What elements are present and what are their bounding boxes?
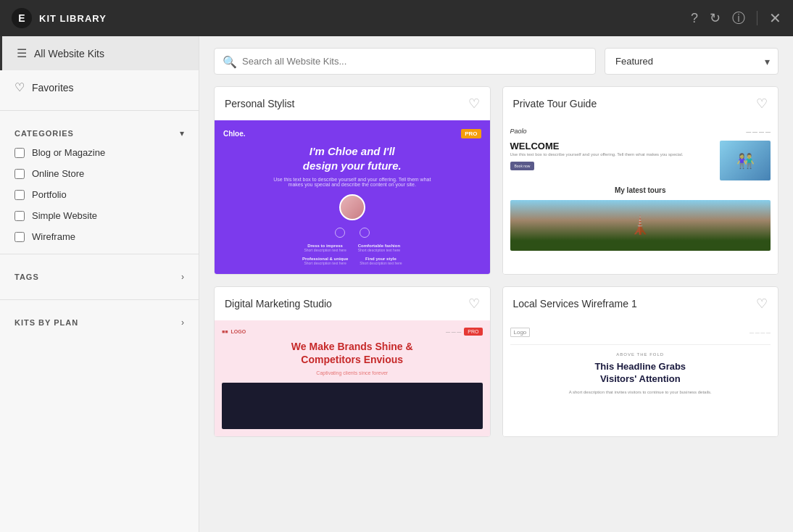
categories-section: CATEGORIES ▾ Blog or Magazine Online Sto…: [0, 117, 199, 248]
wf-divider: [510, 344, 771, 345]
tour-image-placeholder: 🗼: [629, 215, 651, 236]
tags-section[interactable]: TAGS ›: [0, 260, 199, 294]
kit-preview-image: Chloe. PRO I'm Chloe and I'lldesign your…: [215, 120, 490, 274]
wf-logo: Logo: [510, 328, 531, 337]
kit-title: Digital Marketing Studio: [225, 298, 332, 309]
digital-marketing-preview: ■■ LOGO — — — PRO We Make Brands Shine &…: [215, 320, 490, 436]
wf-heading: This Headline GrabsVisitors' Attention: [510, 361, 771, 386]
ps-pro-badge: PRO: [461, 129, 481, 138]
category-wireframe[interactable]: Wireframe: [14, 231, 184, 242]
pt-welcome-image: 👫: [720, 141, 771, 180]
sort-select[interactable]: Featured Newest Alphabetical: [605, 48, 779, 75]
sidebar-divider-3: [0, 299, 199, 300]
favorite-heart-icon[interactable]: ♡: [468, 96, 480, 112]
close-icon[interactable]: ✕: [769, 9, 781, 27]
pt-welcome-sub: Use this text box to describe yourself a…: [510, 151, 715, 157]
dm-topbar: ■■ LOGO — — — PRO: [222, 328, 483, 336]
category-blog-label: Blog or Magazine: [32, 147, 105, 158]
app-title: KIT LIBRARY: [39, 13, 107, 24]
tags-title: TAGS: [14, 273, 39, 281]
category-portfolio[interactable]: Portfolio: [14, 189, 184, 200]
category-simple-label: Simple Website: [32, 210, 97, 221]
favorite-heart-icon[interactable]: ♡: [468, 296, 480, 312]
category-simple-website[interactable]: Simple Website: [14, 210, 184, 221]
wireframe-preview: Logo — — — — ABOVE THE FOLD This Headlin…: [503, 320, 779, 436]
search-wrapper: 🔍: [214, 48, 596, 75]
category-store-label: Online Store: [32, 168, 84, 179]
pt-nav: — — — —: [746, 129, 771, 134]
kit-card-header: Local Services Wireframe 1 ♡: [503, 287, 779, 320]
info-icon[interactable]: ⓘ: [732, 9, 745, 27]
help-icon[interactable]: ?: [691, 11, 698, 26]
ps-logo-text: Chloe.: [223, 130, 246, 138]
kits-grid: Personal Stylist ♡ Chloe. PRO I'm Chloe …: [199, 86, 793, 532]
favorite-heart-icon[interactable]: ♡: [756, 96, 768, 112]
kit-card-header: Private Tour Guide ♡: [503, 87, 779, 120]
refresh-icon[interactable]: ↻: [710, 10, 721, 26]
sidebar-item-all-kits[interactable]: ☰ All Website Kits: [0, 36, 199, 70]
kit-card-header: Personal Stylist ♡: [215, 87, 490, 120]
ps-footer-2: Professional & unique Short description …: [302, 257, 402, 265]
category-wireframe-checkbox[interactable]: [14, 232, 25, 242]
app-logo-icon: E: [12, 8, 32, 28]
sidebar-item-favorites[interactable]: ♡ Favorites: [0, 70, 199, 104]
kit-card-personal-stylist[interactable]: Personal Stylist ♡ Chloe. PRO I'm Chloe …: [214, 86, 491, 275]
category-online-store[interactable]: Online Store: [14, 168, 184, 179]
favorite-heart-icon[interactable]: ♡: [756, 296, 768, 312]
search-input[interactable]: [214, 48, 596, 75]
sidebar: ☰ All Website Kits ♡ Favorites CATEGORIE…: [0, 36, 199, 532]
category-simple-checkbox[interactable]: [14, 211, 25, 221]
hamburger-icon: ☰: [17, 46, 27, 60]
heart-icon: ♡: [14, 80, 25, 94]
ps-footer-item-2: Comfortable fashion Short description te…: [358, 244, 400, 252]
all-kits-label: All Website Kits: [34, 48, 104, 59]
kit-preview-image: ■■ LOGO — — — PRO We Make Brands Shine &…: [215, 320, 490, 436]
dm-headline: We Make Brands Shine &Competitors Enviou…: [222, 340, 483, 366]
category-blog-or-magazine[interactable]: Blog or Magazine: [14, 147, 184, 158]
kit-card-local-services-wireframe[interactable]: Local Services Wireframe 1 ♡ Logo — — — …: [502, 286, 779, 437]
sidebar-divider-1: [0, 110, 199, 111]
kit-title: Private Tour Guide: [513, 98, 597, 109]
dm-nav: — — — PRO: [446, 328, 483, 336]
pt-topbar: Paolo — — — —: [510, 128, 771, 135]
kit-card-header: Digital Marketing Studio ♡: [215, 287, 490, 320]
ps-footer-item-4: Find your style Short description text h…: [360, 257, 402, 265]
pt-logo: Paolo: [510, 128, 527, 135]
ps-icons: [335, 228, 370, 238]
main-layout: ☰ All Website Kits ♡ Favorites CATEGORIE…: [0, 36, 793, 532]
category-portfolio-checkbox[interactable]: [14, 190, 25, 200]
kits-by-plan-chevron-icon: ›: [181, 317, 184, 328]
category-blog-checkbox[interactable]: [14, 148, 25, 158]
pt-welcome: WELCOME Use this text box to describe yo…: [510, 141, 771, 180]
wf-eyebrow: ABOVE THE FOLD: [510, 352, 771, 357]
toolbar: 🔍 Featured Newest Alphabetical ▾: [199, 36, 793, 86]
ps-avatar: [339, 194, 365, 220]
ps-footer: Dress to impress Short description text …: [304, 244, 400, 252]
categories-title: CATEGORIES: [14, 129, 74, 138]
pt-tours-heading: My latest tours: [510, 186, 771, 194]
private-tour-preview: Paolo — — — — WELCOME Use this text box …: [503, 120, 779, 274]
personal-stylist-preview: Chloe. PRO I'm Chloe and I'lldesign your…: [215, 120, 490, 274]
wf-topbar: Logo — — — —: [510, 328, 771, 337]
header-left: E KIT LIBRARY: [12, 8, 107, 28]
pt-welcome-heading: WELCOME: [510, 141, 715, 151]
ps-icon-1: [335, 228, 345, 238]
content-area: 🔍 Featured Newest Alphabetical ▾ Persona…: [199, 36, 793, 532]
ps-headline: I'm Chloe and I'lldesign your future.: [303, 144, 402, 173]
dm-subtext: Captivating clients since forever: [222, 370, 483, 375]
ps-icon-2: [360, 228, 370, 238]
header-divider: [757, 11, 757, 25]
categories-header[interactable]: CATEGORIES ▾: [14, 128, 184, 138]
category-store-checkbox[interactable]: [14, 169, 25, 179]
tags-chevron-icon: ›: [181, 272, 184, 282]
search-icon: 🔍: [223, 54, 237, 68]
ps-footer-item-3: Professional & unique Short description …: [302, 257, 348, 265]
kit-card-digital-marketing[interactable]: Digital Marketing Studio ♡ ■■ LOGO — — —: [214, 286, 491, 437]
category-portfolio-label: Portfolio: [32, 189, 67, 200]
header: E KIT LIBRARY ? ↻ ⓘ ✕: [0, 0, 793, 36]
kit-card-private-tour-guide[interactable]: Private Tour Guide ♡ Paolo — — — —: [502, 86, 779, 275]
kits-by-plan-section[interactable]: KITS BY PLAN ›: [0, 306, 199, 339]
dm-pro-badge: PRO: [464, 328, 482, 336]
categories-list: Blog or Magazine Online Store Portfolio …: [14, 147, 184, 242]
favorites-label: Favorites: [32, 82, 74, 93]
